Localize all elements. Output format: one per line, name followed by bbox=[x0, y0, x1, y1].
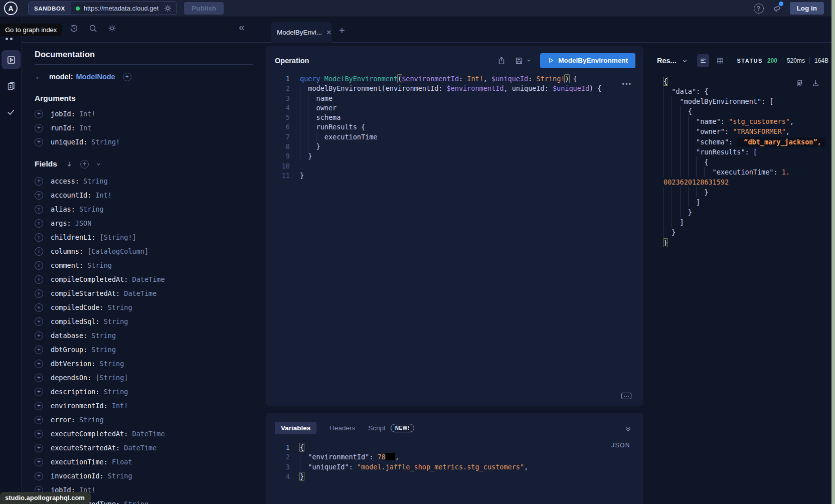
announcements-megaphone-icon[interactable] bbox=[772, 4, 782, 14]
add-field-icon[interactable]: + bbox=[35, 472, 43, 480]
run-operation-button[interactable]: ModelByEnvironment bbox=[540, 53, 635, 68]
field-row[interactable]: +error: String bbox=[35, 413, 256, 427]
graph-index-icon[interactable] bbox=[6, 38, 13, 40]
code-line: 1{ bbox=[266, 443, 643, 452]
field-row[interactable]: +description: String bbox=[35, 385, 256, 399]
field-row[interactable]: +executeStartedAt: DateTime bbox=[35, 441, 256, 455]
field-row[interactable]: +args: JSON bbox=[35, 216, 256, 230]
add-field-icon[interactable]: + bbox=[35, 458, 43, 466]
field-row[interactable]: +environmentId: Int! bbox=[35, 399, 256, 413]
add-field-icon[interactable]: + bbox=[35, 331, 43, 340]
back-arrow-icon[interactable]: ← bbox=[35, 72, 44, 82]
model-type-link[interactable]: ModelNode bbox=[76, 73, 115, 81]
tab-script[interactable]: Script bbox=[368, 424, 386, 432]
add-field-icon[interactable]: + bbox=[35, 261, 43, 270]
field-row[interactable]: +compileStartedAt: DateTime bbox=[35, 286, 256, 300]
add-field-icon[interactable]: + bbox=[35, 416, 43, 424]
add-all-fields-icon[interactable]: + bbox=[80, 160, 89, 169]
endpoint-url-field[interactable]: https://metadata.cloud.get bbox=[71, 4, 177, 13]
response-dropdown-chevron-icon[interactable] bbox=[682, 58, 688, 64]
operation-editor[interactable]: 1query ModelByEnvironment($environmentId… bbox=[266, 74, 643, 181]
field-row[interactable]: +access: String bbox=[35, 174, 256, 188]
apollo-logo[interactable]: A bbox=[4, 2, 18, 15]
response-table-view-icon[interactable] bbox=[714, 54, 726, 67]
operation-overflow-menu-icon[interactable]: ••• bbox=[622, 80, 632, 88]
add-field-icon[interactable]: + bbox=[35, 110, 43, 118]
response-tree-view-icon[interactable] bbox=[697, 54, 709, 67]
add-field-icon[interactable]: + bbox=[35, 374, 43, 382]
settings-gear-icon[interactable] bbox=[107, 24, 117, 33]
field-row[interactable]: +executionTime: Float bbox=[35, 455, 256, 469]
field-row[interactable]: +dependsOn: [String] bbox=[35, 371, 256, 385]
add-field-icon[interactable]: + bbox=[35, 233, 43, 242]
operation-tab[interactable]: ModelByEnvi... × bbox=[271, 22, 332, 43]
share-operation-icon[interactable] bbox=[497, 56, 506, 65]
code-line: 7executionTime bbox=[266, 132, 643, 142]
field-row[interactable]: +runId: Int bbox=[35, 121, 256, 135]
sandbox-badge[interactable]: SANDBOX bbox=[29, 2, 71, 15]
field-row[interactable]: +jobId: Int! bbox=[35, 107, 256, 121]
code-line: 4} bbox=[266, 472, 643, 481]
variables-editor[interactable]: 1{2"environmentId": 78,3"uniqueId": "mod… bbox=[266, 443, 643, 481]
add-field-icon[interactable]: + bbox=[35, 247, 43, 256]
history-icon[interactable] bbox=[69, 24, 79, 33]
add-field-icon[interactable]: + bbox=[35, 360, 43, 368]
collections-nav-item[interactable] bbox=[2, 76, 21, 95]
add-field-icon[interactable]: + bbox=[35, 317, 43, 326]
field-row[interactable]: +dbtVersion: String bbox=[35, 357, 256, 371]
add-field-icon[interactable]: + bbox=[35, 430, 43, 438]
field-row[interactable]: +database: String bbox=[35, 328, 256, 343]
collapse-variables-icon[interactable] bbox=[624, 425, 632, 433]
field-row[interactable]: +childrenL1: [String!] bbox=[35, 230, 256, 244]
sort-descending-icon[interactable] bbox=[65, 160, 73, 168]
add-field-icon[interactable]: + bbox=[35, 444, 43, 452]
divider bbox=[809, 57, 810, 64]
checks-nav-item[interactable] bbox=[2, 102, 21, 121]
add-model-icon[interactable]: + bbox=[123, 73, 131, 81]
save-options-chevron-icon[interactable] bbox=[526, 58, 532, 63]
add-field-icon[interactable]: + bbox=[35, 191, 43, 200]
publish-button[interactable]: Publish bbox=[184, 2, 224, 15]
field-row[interactable]: +invocationId: String bbox=[35, 469, 256, 483]
add-field-icon[interactable]: + bbox=[35, 402, 43, 410]
add-field-icon[interactable]: + bbox=[35, 124, 43, 132]
field-row[interactable]: +executeCompletedAt: DateTime bbox=[35, 427, 256, 441]
add-field-icon[interactable]: + bbox=[35, 289, 43, 298]
code-line: 3name bbox=[266, 94, 643, 103]
close-tab-icon[interactable]: × bbox=[326, 29, 331, 37]
explorer-nav-item[interactable] bbox=[2, 50, 21, 69]
add-field-icon[interactable]: + bbox=[35, 275, 43, 284]
fields-header: Fields + bbox=[35, 158, 256, 170]
search-icon[interactable] bbox=[88, 24, 98, 33]
collapse-docs-icon[interactable]: « bbox=[239, 21, 245, 33]
add-field-icon[interactable]: + bbox=[35, 219, 43, 228]
status-code: 200 bbox=[767, 57, 777, 64]
field-row[interactable]: +compiledCode: String bbox=[35, 300, 256, 314]
add-field-icon[interactable]: + bbox=[35, 303, 43, 312]
field-row[interactable]: +alias: String bbox=[35, 202, 256, 216]
field-row[interactable]: +columns: [CatalogColumn] bbox=[35, 244, 256, 258]
code-line: 6runResults { bbox=[266, 122, 643, 132]
add-field-icon[interactable]: + bbox=[35, 388, 43, 396]
new-tab-icon[interactable]: + bbox=[339, 25, 345, 37]
add-field-icon[interactable]: + bbox=[35, 138, 43, 146]
response-json-viewer[interactable]: {"data": {"modelByEnvironment": [{"name"… bbox=[663, 76, 828, 248]
field-row[interactable]: +compileCompletedAt: DateTime bbox=[35, 272, 256, 286]
field-row[interactable]: +compiledSql: String bbox=[35, 314, 256, 328]
field-row[interactable]: +dbtGroup: String bbox=[35, 343, 256, 357]
endpoint-settings-gear-icon[interactable] bbox=[163, 4, 172, 13]
tab-variables[interactable]: Variables bbox=[275, 422, 316, 434]
add-field-icon[interactable]: + bbox=[35, 205, 43, 214]
login-button[interactable]: Log in bbox=[790, 2, 824, 15]
endpoint-url-text[interactable]: https://metadata.cloud.get bbox=[84, 5, 159, 12]
add-field-icon[interactable]: + bbox=[35, 346, 43, 354]
chevron-down-icon[interactable] bbox=[96, 161, 101, 167]
help-icon[interactable]: ? bbox=[754, 4, 764, 14]
add-field-icon[interactable]: + bbox=[35, 177, 43, 186]
field-row[interactable]: +uniqueId: String! bbox=[35, 135, 256, 149]
tab-headers[interactable]: Headers bbox=[329, 424, 355, 432]
save-operation-icon[interactable] bbox=[515, 56, 524, 65]
field-row[interactable]: +comment: String bbox=[35, 258, 256, 272]
field-row[interactable]: +accountId: Int! bbox=[35, 188, 256, 202]
keyboard-shortcuts-icon[interactable] bbox=[621, 393, 631, 399]
